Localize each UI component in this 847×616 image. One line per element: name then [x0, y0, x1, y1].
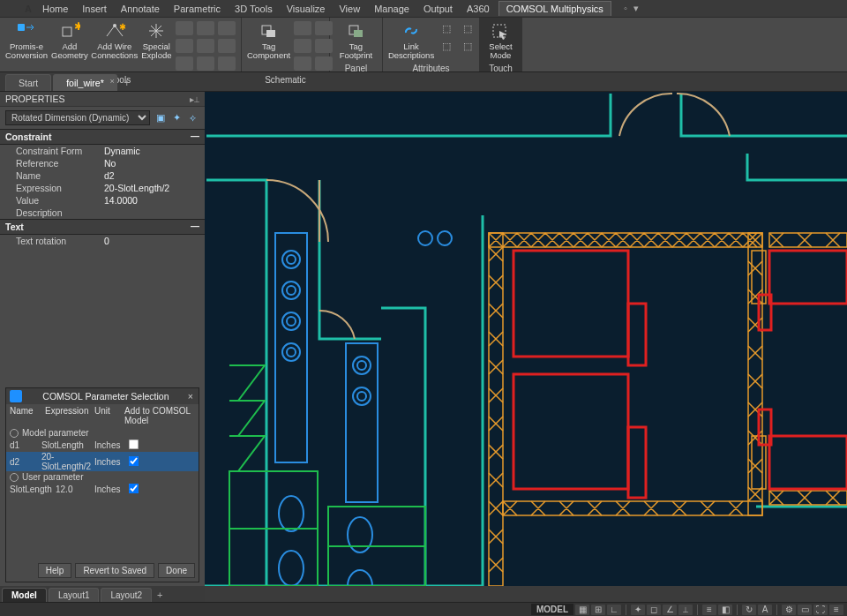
special-explode-button[interactable]: Special Explode	[139, 19, 174, 74]
collapse-icon: —	[191, 222, 199, 232]
add-wire-button[interactable]: ✱ Add Wire Connections	[90, 19, 139, 74]
file-tab-foilwire[interactable]: foil_wire*×	[53, 74, 117, 91]
status-polar-icon[interactable]: ✦	[631, 605, 645, 615]
comsol-dialog-titlebar[interactable]: COMSOL Parameter Selection ×	[6, 388, 199, 404]
tool-small-6[interactable]	[218, 39, 236, 53]
svg-rect-27	[769, 436, 847, 489]
filter-icon[interactable]: ▣	[154, 111, 168, 125]
tool-small-5[interactable]	[197, 39, 214, 53]
schematic-small-5[interactable]	[294, 56, 311, 71]
param-d2-checkbox[interactable]	[129, 455, 139, 466]
svg-point-35	[282, 312, 300, 330]
file-tab-start-label: Start	[19, 78, 38, 88]
status-model-label[interactable]: MODEL	[531, 604, 573, 615]
attr-small-1[interactable]: ⬚	[438, 21, 455, 35]
done-button[interactable]: Done	[158, 563, 195, 578]
model-parameter-radio[interactable]: Model parameter	[6, 427, 199, 439]
layout-tab-layout2[interactable]: Layout2	[101, 588, 152, 602]
status-monitor-icon[interactable]: ▭	[798, 605, 812, 615]
svg-point-43	[357, 392, 366, 401]
tool-small-1[interactable]	[176, 21, 193, 35]
add-selection-icon[interactable]: ✦	[169, 111, 184, 125]
schematic-small-1[interactable]	[294, 21, 311, 35]
tool-small-3[interactable]	[218, 21, 236, 35]
tag-component-button[interactable]: Tag Component	[245, 19, 292, 74]
svg-point-34	[287, 286, 296, 295]
status-ortho-icon[interactable]: ∟	[607, 605, 621, 615]
quick-select-icon[interactable]: ⟡	[185, 111, 199, 125]
text-header-label: Text	[5, 222, 24, 232]
select-mode-icon	[490, 21, 513, 41]
svg-point-40	[353, 357, 371, 374]
status-grid-icon[interactable]: ▦	[575, 605, 589, 615]
layout-tab-model[interactable]: Model	[2, 588, 47, 602]
menu-comsol-tab[interactable]: COMSOL Multiphysics	[498, 1, 611, 16]
tag-component-icon	[258, 21, 281, 41]
status-transparency-icon[interactable]: ◧	[718, 605, 732, 615]
menu-help-dropdown-icon[interactable]: ◦ ▾	[624, 3, 641, 14]
file-tab-foilwire-label: foil_wire*	[66, 78, 104, 88]
menu-annotate[interactable]: Annotate	[114, 2, 167, 16]
menu-parametric[interactable]: Parametric	[167, 2, 228, 16]
param-row-slotlength[interactable]: SlotLength 12.0 Inches	[6, 483, 199, 496]
attr-small-4[interactable]: ⬚	[438, 39, 455, 53]
comsol-table-header: Name Expression Unit Add to COMSOL Model	[6, 404, 199, 427]
status-osnap-icon[interactable]: ◻	[647, 605, 661, 615]
ribbon-group-tools: Promis-e Conversion ✱ Add Geometry ✱ Add…	[0, 18, 242, 71]
promise-conversion-button[interactable]: Promis-e Conversion	[4, 19, 49, 74]
tools-small-buttons	[174, 19, 237, 74]
revert-button[interactable]: Revert to Saved	[75, 563, 154, 578]
status-cycle-icon[interactable]: ↻	[742, 605, 756, 615]
menu-visualize[interactable]: Visualize	[280, 2, 333, 16]
menu-view[interactable]: View	[332, 2, 367, 16]
attr-small-5[interactable]: ⬚	[459, 39, 476, 53]
menu-a360[interactable]: A360	[460, 2, 497, 16]
param-slot-checkbox[interactable]	[129, 484, 139, 494]
status-annotation-icon[interactable]: A	[758, 605, 772, 615]
param-row-d1[interactable]: d1 SlotLength Inches	[6, 439, 199, 452]
tag-footprint-button[interactable]: Tag Footprint	[334, 19, 379, 63]
add-geometry-button[interactable]: ✱ Add Geometry	[49, 19, 90, 74]
tool-small-9[interactable]	[218, 56, 236, 71]
menu-insert[interactable]: Insert	[75, 2, 114, 16]
status-dyn-icon[interactable]: ⟂	[678, 605, 693, 615]
tool-small-4[interactable]	[176, 39, 193, 53]
user-parameter-radio[interactable]: User parameter	[6, 471, 199, 483]
param-d1-checkbox[interactable]	[129, 439, 139, 450]
ribbon-panel-title: Panel	[334, 63, 379, 74]
tool-small-8[interactable]	[197, 56, 214, 71]
drawing-canvas[interactable]	[205, 92, 847, 586]
text-section-header[interactable]: Text —	[0, 219, 205, 235]
param-d1-name: d1	[6, 440, 41, 450]
attr-small-2[interactable]: ⬚	[459, 21, 476, 35]
layout-tab-layout1[interactable]: Layout1	[49, 588, 100, 602]
status-customize-icon[interactable]: ≡	[829, 605, 843, 615]
status-lineweight-icon[interactable]: ≡	[702, 605, 716, 615]
file-tab-start[interactable]: Start	[5, 74, 51, 91]
model-parameter-label: Model parameter	[22, 428, 89, 438]
menu-manage[interactable]: Manage	[367, 2, 416, 16]
menu-output[interactable]: Output	[416, 2, 460, 16]
dialog-close-icon[interactable]: ×	[186, 391, 195, 402]
status-cleanscreen-icon[interactable]: ⛶	[813, 605, 828, 615]
status-track-icon[interactable]: ∠	[663, 605, 677, 615]
help-button[interactable]: Help	[38, 563, 72, 578]
close-icon[interactable]: ×	[110, 77, 115, 86]
param-row-d2[interactable]: d2 20-SlotLength/2 Inches	[6, 452, 199, 471]
tool-small-7[interactable]	[176, 56, 193, 71]
file-tab-add[interactable]: +	[119, 77, 135, 91]
panel-pin-icon[interactable]: ▸⟂	[190, 94, 199, 104]
properties-selection-dropdown[interactable]: Rotated Dimension (Dynamic)	[5, 110, 150, 125]
layout-tab-add[interactable]: +	[152, 588, 168, 602]
status-snap-icon[interactable]: ⊞	[591, 605, 605, 615]
menu-3dtools[interactable]: 3D Tools	[228, 2, 280, 16]
select-mode-button[interactable]: Select Mode	[483, 19, 518, 63]
link-descriptions-button[interactable]: Link Descriptions	[386, 19, 436, 63]
constraint-section-header[interactable]: Constraint —	[0, 129, 205, 145]
status-workspace-icon[interactable]: ⚙	[782, 605, 796, 615]
tool-small-2[interactable]	[197, 21, 214, 35]
param-d2-name: d2	[6, 457, 41, 467]
menu-home[interactable]: Home	[35, 2, 75, 16]
schematic-small-3[interactable]	[294, 39, 311, 53]
svg-rect-15	[748, 233, 762, 515]
